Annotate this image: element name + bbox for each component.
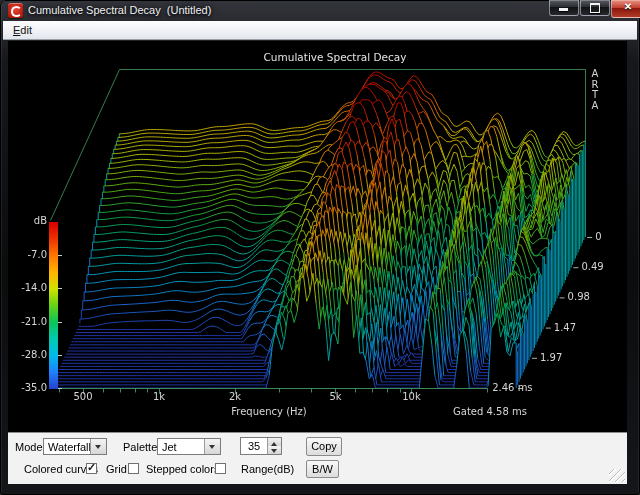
range-spinner[interactable]: 35 <box>240 437 282 455</box>
db-tick-label: -28.0 <box>8 349 47 360</box>
time-tick-label: 2.46 ms <box>492 382 532 393</box>
maximize-icon <box>590 3 600 13</box>
plot-title: Cumulative Spectral Decay <box>264 51 407 63</box>
time-tick-label: 1.97 <box>540 352 562 363</box>
arta-letter: T <box>589 90 601 101</box>
csd-waterfall-canvas <box>8 41 627 432</box>
colored-curves-checkbox[interactable] <box>86 463 97 474</box>
freq-tick-label: 1k <box>153 391 165 402</box>
time-tick-label: 0.98 <box>568 291 590 302</box>
grid-label: Grid <box>106 463 127 475</box>
freq-tick-label: 10k <box>402 391 421 402</box>
db-tick-label: -7.0 <box>8 249 47 260</box>
time-tick-label: 0 <box>595 231 601 242</box>
time-tick-label: 1.47 <box>554 322 576 333</box>
arta-csd-window: Cumulative Spectral Decay (Untitled) ✕ E… <box>0 0 640 495</box>
db-tick-label: -14.0 <box>8 282 47 293</box>
menubar: Edit <box>3 21 637 40</box>
close-icon: ✕ <box>612 1 640 12</box>
arta-letter: A <box>589 69 601 80</box>
mode-value: Waterfall <box>48 440 91 454</box>
close-button[interactable]: ✕ <box>611 0 640 18</box>
time-tick-label: 0.49 <box>581 261 603 272</box>
db-axis-caption: dB <box>8 215 47 226</box>
chevron-down-icon[interactable] <box>204 439 220 454</box>
csd-plot: Cumulative Spectral Decay ARTA dB -7.0-1… <box>8 41 627 432</box>
gated-label: Gated 4.58 ms <box>453 406 527 417</box>
mode-label: Mode <box>15 441 43 453</box>
maximize-button[interactable] <box>580 0 610 16</box>
palette-value: Jet <box>162 440 177 454</box>
app-icon <box>8 3 23 18</box>
bw-button[interactable]: B/W <box>306 460 339 478</box>
resize-grip[interactable] <box>609 469 625 482</box>
minimize-icon <box>559 8 568 11</box>
frequency-axis-label: Frequency (Hz) <box>231 406 306 417</box>
arta-watermark: ARTA <box>589 69 601 111</box>
copy-button[interactable]: Copy <box>306 437 342 456</box>
freq-tick-label: 5k <box>329 391 341 402</box>
stepped-colors-label: Stepped colors <box>146 463 219 475</box>
grid-checkbox[interactable] <box>128 463 139 474</box>
db-tick-label: -35.0 <box>8 382 47 393</box>
stepped-colors-checkbox[interactable] <box>215 463 226 474</box>
palette-combobox[interactable]: Jet <box>157 438 221 455</box>
arta-letter: A <box>589 101 601 112</box>
db-tick-label: -21.0 <box>8 316 47 327</box>
control-panel: Mode Waterfall Palette Jet 35 Copy Color… <box>8 432 627 484</box>
titlebar[interactable]: Cumulative Spectral Decay (Untitled) ✕ <box>0 0 640 21</box>
range-db-caption: Range(dB) <box>241 463 294 475</box>
spin-down-icon[interactable] <box>268 446 281 454</box>
mode-combobox[interactable]: Waterfall <box>43 438 107 455</box>
chevron-down-icon[interactable] <box>90 439 106 454</box>
palette-label: Palette <box>123 441 157 453</box>
window-title: Cumulative Spectral Decay (Untitled) <box>28 0 211 21</box>
menu-edit[interactable]: Edit <box>7 21 38 39</box>
freq-tick-label: 500 <box>73 391 92 402</box>
range-value: 35 <box>241 440 267 452</box>
freq-tick-label: 2k <box>229 391 241 402</box>
minimize-button[interactable] <box>549 0 579 16</box>
